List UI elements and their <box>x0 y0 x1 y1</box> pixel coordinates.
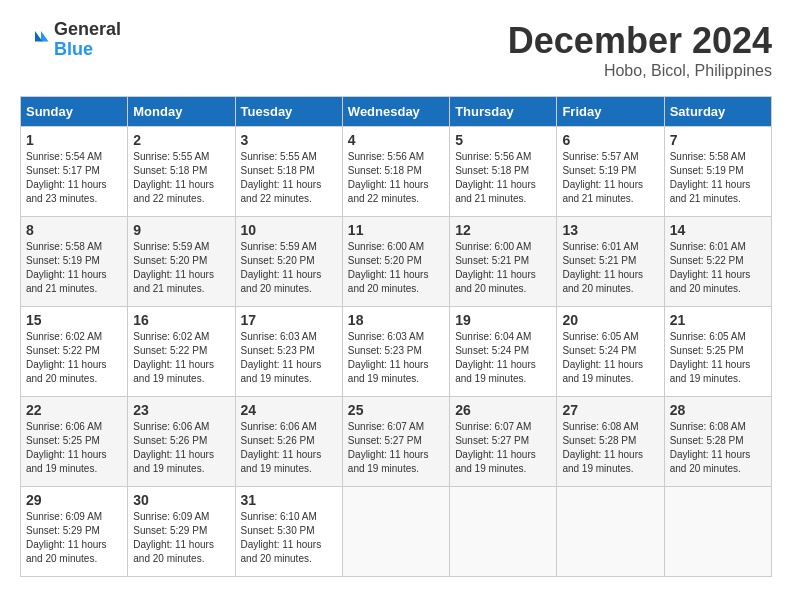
weekday-header-friday: Friday <box>557 97 664 127</box>
weekday-header-monday: Monday <box>128 97 235 127</box>
table-row: 22Sunrise: 6:06 AM Sunset: 5:25 PM Dayli… <box>21 397 128 487</box>
calendar-week-row: 8Sunrise: 5:58 AM Sunset: 5:19 PM Daylig… <box>21 217 772 307</box>
table-row: 24Sunrise: 6:06 AM Sunset: 5:26 PM Dayli… <box>235 397 342 487</box>
table-row: 12Sunrise: 6:00 AM Sunset: 5:21 PM Dayli… <box>450 217 557 307</box>
table-row: 19Sunrise: 6:04 AM Sunset: 5:24 PM Dayli… <box>450 307 557 397</box>
table-row: 28Sunrise: 6:08 AM Sunset: 5:28 PM Dayli… <box>664 397 771 487</box>
table-row: 27Sunrise: 6:08 AM Sunset: 5:28 PM Dayli… <box>557 397 664 487</box>
table-row <box>664 487 771 577</box>
table-row: 18Sunrise: 6:03 AM Sunset: 5:23 PM Dayli… <box>342 307 449 397</box>
table-row: 29Sunrise: 6:09 AM Sunset: 5:29 PM Dayli… <box>21 487 128 577</box>
table-row: 3Sunrise: 5:55 AM Sunset: 5:18 PM Daylig… <box>235 127 342 217</box>
logo: General Blue <box>20 20 121 60</box>
table-row: 16Sunrise: 6:02 AM Sunset: 5:22 PM Dayli… <box>128 307 235 397</box>
location-subtitle: Hobo, Bicol, Philippines <box>508 62 772 80</box>
title-block: December 2024 Hobo, Bicol, Philippines <box>508 20 772 80</box>
table-row: 10Sunrise: 5:59 AM Sunset: 5:20 PM Dayli… <box>235 217 342 307</box>
table-row <box>557 487 664 577</box>
weekday-header-sunday: Sunday <box>21 97 128 127</box>
table-row: 2Sunrise: 5:55 AM Sunset: 5:18 PM Daylig… <box>128 127 235 217</box>
table-row: 20Sunrise: 6:05 AM Sunset: 5:24 PM Dayli… <box>557 307 664 397</box>
table-row: 21Sunrise: 6:05 AM Sunset: 5:25 PM Dayli… <box>664 307 771 397</box>
weekday-header-thursday: Thursday <box>450 97 557 127</box>
weekday-header-row: SundayMondayTuesdayWednesdayThursdayFrid… <box>21 97 772 127</box>
month-year-title: December 2024 <box>508 20 772 62</box>
table-row: 13Sunrise: 6:01 AM Sunset: 5:21 PM Dayli… <box>557 217 664 307</box>
table-row: 1Sunrise: 5:54 AM Sunset: 5:17 PM Daylig… <box>21 127 128 217</box>
table-row: 11Sunrise: 6:00 AM Sunset: 5:20 PM Dayli… <box>342 217 449 307</box>
calendar-week-row: 22Sunrise: 6:06 AM Sunset: 5:25 PM Dayli… <box>21 397 772 487</box>
table-row: 31Sunrise: 6:10 AM Sunset: 5:30 PM Dayli… <box>235 487 342 577</box>
logo-text: General Blue <box>54 20 121 60</box>
table-row: 25Sunrise: 6:07 AM Sunset: 5:27 PM Dayli… <box>342 397 449 487</box>
weekday-header-wednesday: Wednesday <box>342 97 449 127</box>
logo-blue-text: Blue <box>54 40 121 60</box>
table-row <box>342 487 449 577</box>
table-row: 7Sunrise: 5:58 AM Sunset: 5:19 PM Daylig… <box>664 127 771 217</box>
calendar-week-row: 15Sunrise: 6:02 AM Sunset: 5:22 PM Dayli… <box>21 307 772 397</box>
table-row: 4Sunrise: 5:56 AM Sunset: 5:18 PM Daylig… <box>342 127 449 217</box>
table-row: 14Sunrise: 6:01 AM Sunset: 5:22 PM Dayli… <box>664 217 771 307</box>
calendar-table: SundayMondayTuesdayWednesdayThursdayFrid… <box>20 96 772 577</box>
page-header: General Blue December 2024 Hobo, Bicol, … <box>20 20 772 80</box>
table-row: 15Sunrise: 6:02 AM Sunset: 5:22 PM Dayli… <box>21 307 128 397</box>
logo-general-text: General <box>54 20 121 40</box>
table-row: 26Sunrise: 6:07 AM Sunset: 5:27 PM Dayli… <box>450 397 557 487</box>
weekday-header-tuesday: Tuesday <box>235 97 342 127</box>
table-row: 6Sunrise: 5:57 AM Sunset: 5:19 PM Daylig… <box>557 127 664 217</box>
svg-marker-0 <box>41 31 49 42</box>
table-row: 8Sunrise: 5:58 AM Sunset: 5:19 PM Daylig… <box>21 217 128 307</box>
table-row <box>450 487 557 577</box>
weekday-header-saturday: Saturday <box>664 97 771 127</box>
logo-icon <box>20 25 50 55</box>
calendar-week-row: 1Sunrise: 5:54 AM Sunset: 5:17 PM Daylig… <box>21 127 772 217</box>
table-row: 17Sunrise: 6:03 AM Sunset: 5:23 PM Dayli… <box>235 307 342 397</box>
table-row: 5Sunrise: 5:56 AM Sunset: 5:18 PM Daylig… <box>450 127 557 217</box>
table-row: 23Sunrise: 6:06 AM Sunset: 5:26 PM Dayli… <box>128 397 235 487</box>
table-row: 9Sunrise: 5:59 AM Sunset: 5:20 PM Daylig… <box>128 217 235 307</box>
calendar-week-row: 29Sunrise: 6:09 AM Sunset: 5:29 PM Dayli… <box>21 487 772 577</box>
table-row: 30Sunrise: 6:09 AM Sunset: 5:29 PM Dayli… <box>128 487 235 577</box>
